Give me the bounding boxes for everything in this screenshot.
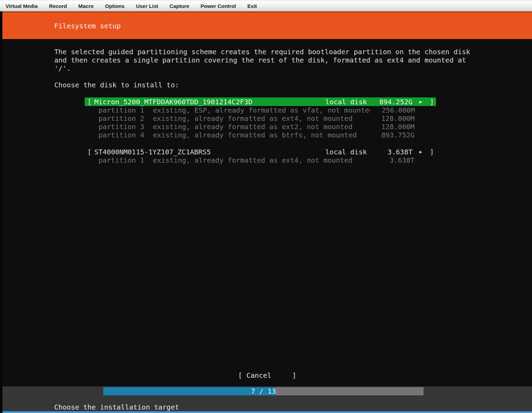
disk-name: Micron_5200_MTFDDAK960TDD_1901214C2F3D: [94, 98, 325, 106]
menu-user-list[interactable]: User List: [136, 3, 158, 9]
disk-option-seagate[interactable]: [ ST4000NM0115-1YZ107_ZC1ABRS5 local dis…: [85, 147, 436, 156]
installer-body: The selected guided partitioning scheme …: [2, 39, 532, 386]
partition-size: 256.000M: [370, 106, 415, 114]
open-bracket: [: [87, 148, 94, 156]
partition-desc: existing, already formatted as btrfs, no…: [153, 131, 369, 139]
partition-size: 893.752G: [369, 131, 415, 139]
progress-step-label: 7 / 13: [103, 387, 424, 395]
menu-options[interactable]: Options: [105, 3, 125, 9]
row-tail: ▶ ]: [412, 148, 434, 156]
disk-option-micron[interactable]: [ Micron_5200_MTFDDAK960TDD_1901214C2F3D…: [85, 97, 436, 106]
menu-exit[interactable]: Exit: [247, 3, 257, 9]
partition-desc: existing, ESP, already formatted as vfat…: [153, 106, 370, 114]
disk-name: ST4000NM0115-1YZ107_ZC1ABRS5: [94, 148, 325, 156]
partition-label: partition 2: [98, 114, 144, 123]
menu-virtual-media[interactable]: Virtual Media: [6, 3, 38, 9]
partition-label: partition 3: [98, 123, 144, 131]
partition-desc: existing, already formatted as ext4, not…: [153, 156, 369, 164]
partition-desc: existing, already formatted as ext2, not…: [153, 123, 369, 131]
intro-text: The selected guided partitioning scheme …: [54, 48, 518, 73]
disk-type: local disk: [325, 98, 367, 106]
installer-header: Filesystem setup: [2, 11, 532, 39]
open-bracket: [: [87, 98, 94, 106]
menu-capture[interactable]: Capture: [170, 3, 189, 9]
intro-line: and then creates a single partition cove…: [54, 56, 518, 64]
kvm-menu-bar: Virtual Media Record Macro Options User …: [0, 0, 532, 11]
partition-size: 128.000M: [369, 114, 415, 123]
partition-size: 3.638T: [369, 156, 415, 164]
disk-type: local disk: [325, 148, 367, 156]
partition-label: partition 1: [98, 156, 144, 164]
partition-row: partition 1 existing, already formatted …: [85, 156, 436, 164]
menu-power-control[interactable]: Power Control: [201, 3, 236, 9]
partition-desc: existing, already formatted as ext4, not…: [153, 114, 369, 123]
partition-label: partition 1: [98, 106, 144, 114]
disk-size: 3.638T: [367, 148, 412, 156]
disk-size: 894.252G: [367, 98, 412, 106]
intro-line: '/'.: [54, 64, 518, 73]
installer-screen: Filesystem setup The selected guided par…: [0, 11, 532, 413]
status-text: Choose the installation target: [54, 403, 532, 411]
menu-macro[interactable]: Macro: [78, 3, 94, 9]
disk-prompt: Choose the disk to install to:: [54, 81, 518, 89]
partition-row: partition 1 existing, ESP, already forma…: [85, 106, 436, 114]
partition-row: partition 2 existing, already formatted …: [85, 114, 436, 123]
cancel-row: [ Cancel ]: [2, 371, 532, 380]
expand-arrow-icon: ▶: [419, 148, 422, 156]
cancel-button[interactable]: [ Cancel ]: [238, 371, 296, 380]
partition-row: partition 4 existing, already formatted …: [85, 131, 436, 139]
partition-row: partition 3 existing, already formatted …: [85, 123, 436, 131]
intro-line: The selected guided partitioning scheme …: [54, 48, 518, 56]
menu-record[interactable]: Record: [49, 3, 67, 9]
expand-arrow-icon: ▶: [419, 98, 422, 106]
row-tail: ▶ ]: [412, 98, 434, 106]
close-bracket: ]: [430, 98, 434, 106]
close-bracket: ]: [430, 148, 434, 156]
partition-label: partition 4: [98, 131, 144, 139]
disk-list: [ Micron_5200_MTFDDAK960TDD_1901214C2F3D…: [85, 97, 518, 164]
progress-bar: 7 / 13: [103, 387, 424, 395]
partition-size: 128.000M: [369, 123, 415, 131]
page-title: Filesystem setup: [54, 22, 121, 30]
footer-status-area: 7 / 13 Choose the installation target: [2, 386, 532, 413]
